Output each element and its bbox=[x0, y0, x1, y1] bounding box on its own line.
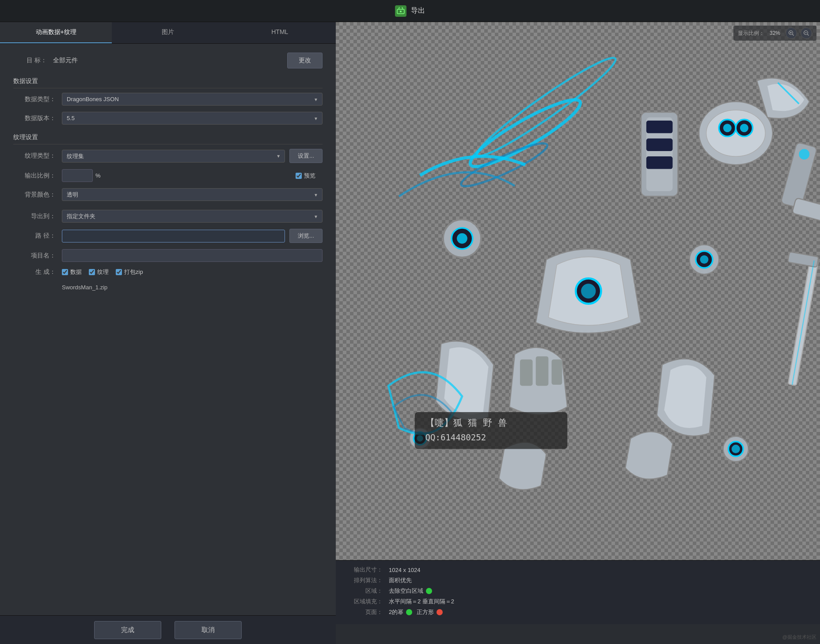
region-label: 区域： bbox=[345, 587, 389, 595]
svg-point-6 bbox=[706, 110, 765, 156]
target-row: 目 标： 全部元件 更改 bbox=[13, 53, 323, 68]
generate-label: 生 成： bbox=[13, 268, 62, 276]
zip-check-text: 打包zip bbox=[124, 268, 143, 276]
texture-check-text: 纹理 bbox=[97, 268, 109, 276]
svg-text:QQ:614480252: QQ:614480252 bbox=[425, 432, 486, 442]
target-label: 目 标： bbox=[13, 57, 53, 64]
preview-svg: 【嚏】狐 猫 野 兽 QQ:614480252 bbox=[336, 22, 820, 560]
texture-check-label[interactable]: 纹理 bbox=[89, 268, 109, 276]
path-label: 路 径： bbox=[13, 232, 62, 240]
data-type-label: 数据类型： bbox=[13, 95, 62, 103]
texture-settings-title: 纹理设置 bbox=[13, 133, 323, 144]
data-version-select[interactable]: 5.55.04.54.0 bbox=[62, 112, 323, 125]
bg-color-select[interactable]: 透明白色黑色 bbox=[62, 188, 323, 201]
scale-input[interactable]: 100 bbox=[62, 169, 93, 182]
fill-value: 水平间隔＝2 垂直间隔＝2 bbox=[389, 598, 454, 606]
dialog-title: 导出 bbox=[411, 6, 425, 15]
change-button[interactable]: 更改 bbox=[287, 53, 323, 68]
project-name-label: 项目名： bbox=[13, 252, 62, 260]
output-size-value: 1024 x 1024 bbox=[389, 567, 421, 573]
svg-point-22 bbox=[457, 233, 467, 244]
target-value: 全部元件 bbox=[53, 57, 287, 64]
square-value: 正方形 bbox=[417, 608, 434, 616]
left-panel: 动画数据+纹理 图片 HTML 目 标： 全部元件 更改 数据设置 数据类型： bbox=[0, 22, 336, 624]
app-icon bbox=[395, 5, 406, 17]
page-label: 页面： bbox=[345, 608, 389, 616]
page-value: 2的幂 bbox=[389, 608, 403, 616]
project-name-input[interactable]: SwordsMan_1 bbox=[62, 249, 323, 262]
export-to-select-wrapper: 指定文件夹当前目录 bbox=[62, 210, 323, 223]
export-to-select[interactable]: 指定文件夹当前目录 bbox=[62, 210, 323, 223]
algorithm-label: 排列算法： bbox=[345, 576, 389, 584]
confirm-button[interactable]: 完成 bbox=[94, 621, 161, 639]
form-content: 目 标： 全部元件 更改 数据设置 数据类型： DragonBones JSON… bbox=[0, 44, 336, 624]
svg-point-25 bbox=[700, 255, 708, 264]
bg-color-label: 背景颜色： bbox=[13, 191, 62, 199]
bg-color-row: 背景颜色： 透明白色黑色 bbox=[13, 188, 323, 201]
sprite-preview: 【嚏】狐 猫 野 兽 QQ:614480252 bbox=[336, 22, 820, 560]
data-check-label[interactable]: 数据 bbox=[62, 268, 82, 276]
svg-line-17 bbox=[792, 261, 814, 385]
bottom-bar: 完成 取消 bbox=[0, 615, 336, 644]
output-filename: SwordsMan_1.zip bbox=[62, 284, 107, 291]
data-type-select[interactable]: DragonBones JSONSpine JSONCocos2D bbox=[62, 93, 323, 106]
fill-row: 区域填充： 水平间隔＝2 垂直间隔＝2 bbox=[345, 598, 811, 606]
preview-area: 【嚏】狐 猫 野 兽 QQ:614480252 显示比例： 32% bbox=[336, 22, 820, 560]
fill-label: 区域填充： bbox=[345, 598, 389, 606]
texture-type-row: 纹理类型： 纹理集独立纹理 设置... bbox=[13, 149, 323, 163]
path-row: 路 径： /Users/hefeixiang/Downloads 浏览... bbox=[13, 229, 323, 243]
data-checkbox[interactable] bbox=[62, 269, 68, 275]
svg-rect-35 bbox=[646, 139, 673, 152]
export-to-label: 导出到： bbox=[13, 212, 62, 220]
path-input[interactable]: /Users/hefeixiang/Downloads bbox=[62, 230, 285, 242]
data-version-label: 数据版本： bbox=[13, 114, 62, 122]
svg-text:【嚏】狐 猫 野 兽: 【嚏】狐 猫 野 兽 bbox=[425, 417, 508, 428]
svg-rect-13 bbox=[792, 198, 820, 221]
texture-type-select-wrapper: 纹理集独立纹理 bbox=[62, 150, 285, 163]
svg-rect-38 bbox=[536, 356, 549, 386]
svg-rect-39 bbox=[551, 360, 562, 385]
preview-checkbox[interactable] bbox=[296, 173, 302, 179]
texture-settings-button[interactable]: 设置... bbox=[289, 149, 323, 163]
preview-checkbox-label[interactable]: 预览 bbox=[296, 172, 315, 180]
cancel-button[interactable]: 取消 bbox=[175, 621, 242, 639]
texture-type-select[interactable]: 纹理集独立纹理 bbox=[62, 150, 285, 163]
scale-label: 输出比例： bbox=[13, 172, 62, 180]
data-version-select-wrapper: 5.55.04.54.0 bbox=[62, 112, 323, 125]
data-settings-title: 数据设置 bbox=[13, 77, 323, 88]
texture-checkbox[interactable] bbox=[89, 269, 95, 275]
region-status-icon bbox=[426, 588, 432, 594]
svg-rect-36 bbox=[646, 156, 673, 169]
browse-button[interactable]: 浏览... bbox=[289, 229, 323, 243]
zip-checkbox[interactable] bbox=[116, 269, 122, 275]
export-to-row: 导出到： 指定文件夹当前目录 bbox=[13, 210, 323, 223]
zip-check-label[interactable]: 打包zip bbox=[116, 268, 143, 276]
region-value: 去除空白区域 bbox=[389, 587, 423, 595]
svg-point-10 bbox=[740, 124, 748, 132]
scale-row: 输出比例： 100 % 预览 bbox=[13, 169, 323, 182]
bg-color-select-wrapper: 透明白色黑色 bbox=[62, 188, 323, 201]
svg-point-19 bbox=[581, 284, 596, 298]
svg-point-14 bbox=[799, 149, 809, 159]
svg-rect-34 bbox=[646, 121, 673, 133]
tab-html[interactable]: HTML bbox=[224, 22, 336, 43]
output-size-label: 输出尺寸： bbox=[345, 566, 389, 574]
data-version-row: 数据版本： 5.55.04.54.0 bbox=[13, 112, 323, 125]
algorithm-row: 排列算法： 面积优先 bbox=[345, 576, 811, 584]
region-row: 区域： 去除空白区域 bbox=[345, 587, 811, 595]
output-filename-row: SwordsMan_1.zip bbox=[13, 282, 323, 291]
data-type-select-wrapper: DragonBones JSONSpine JSONCocos2D bbox=[62, 93, 323, 106]
watermark: @掘金技术社区 bbox=[782, 634, 816, 640]
tab-image[interactable]: 图片 bbox=[112, 22, 224, 43]
algorithm-value: 面积优先 bbox=[389, 576, 412, 584]
preview-label: 预览 bbox=[304, 172, 315, 180]
info-panel: 输出尺寸： 1024 x 1024 排列算法： 面积优先 区域： 去除空白区域 … bbox=[336, 560, 820, 624]
generate-row: 生 成： 数据 纹理 打包zip bbox=[13, 268, 323, 276]
output-size-row: 输出尺寸： 1024 x 1024 bbox=[345, 566, 811, 574]
svg-point-9 bbox=[723, 124, 732, 132]
data-check-text: 数据 bbox=[70, 268, 82, 276]
svg-point-1 bbox=[400, 11, 402, 12]
square-status-icon bbox=[437, 609, 443, 615]
page-status-icon bbox=[406, 609, 412, 615]
tab-animation-data[interactable]: 动画数据+纹理 bbox=[0, 22, 112, 43]
